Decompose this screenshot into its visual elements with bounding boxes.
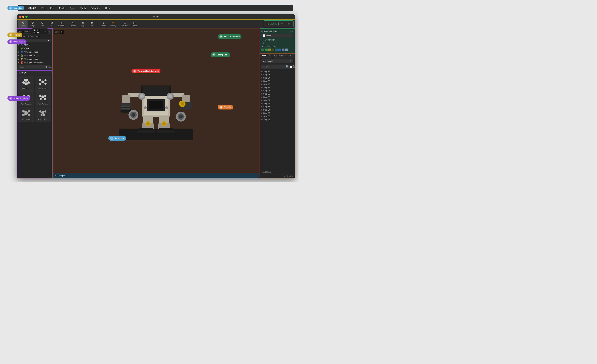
step-item-23[interactable]: ▶ Step 23 xyxy=(260,73,295,76)
swatch-2[interactable] xyxy=(268,48,271,51)
swatch-7[interactable] xyxy=(285,48,288,51)
camera-button[interactable]: 🎥 xyxy=(54,30,58,34)
signin-button[interactable]: ⊙ SIGN IN xyxy=(266,22,279,26)
tree-item-mf-acc[interactable]: ▶ 🎒 Minifigure Accessories xyxy=(17,61,52,64)
part-search[interactable]: 🔍 ▦ ⊞ ⋯ xyxy=(18,65,51,69)
palette-item-0[interactable]: Plant Brick , xyxy=(18,76,34,91)
palette-item-1[interactable]: Plant Flower ... xyxy=(35,76,51,91)
close-button[interactable] xyxy=(19,16,21,18)
step-item-24[interactable]: ▶ Step 24 xyxy=(260,76,295,79)
swatch-6[interactable] xyxy=(282,48,284,51)
tab-untitled[interactable]: Untitled Model ✕ xyxy=(32,28,48,34)
tab-cougar-label: Cougar.io xyxy=(19,30,28,32)
swatch-0[interactable] xyxy=(261,48,264,51)
swatch-3[interactable] xyxy=(272,48,274,51)
settings-icon[interactable]: ⚙ xyxy=(289,175,291,177)
tree-item-mf-head[interactable]: ▶ 👤 Minifigure, Head xyxy=(17,50,52,54)
step-list: STEP LIST COLOR VALIDATOR Main Model ▼ 🔍… xyxy=(259,53,295,178)
viewport[interactable]: 🎥 ⊙ xyxy=(53,28,259,173)
palette-item-5[interactable]: Plant Flower ... xyxy=(35,107,51,122)
search-icon: 🔍 xyxy=(45,66,48,68)
collapse-icon[interactable]: ⤢ xyxy=(284,175,285,177)
menu-view[interactable]: View xyxy=(70,6,76,10)
step-view-check-input[interactable] xyxy=(290,66,292,68)
step-item-30[interactable]: ▶ Step 30 xyxy=(260,95,295,99)
part-name-5: Plant Flower ... xyxy=(38,119,48,121)
select-tool[interactable]: ↖ Select xyxy=(18,20,28,28)
tree-item-mf-body[interactable]: ▶ 🦾 Minifigure, Body xyxy=(17,54,52,57)
mosaic-tool[interactable]: ⊟ Mosaic xyxy=(130,20,139,28)
step-item-28[interactable]: ▶ Step 28 xyxy=(260,89,295,92)
step-item-37[interactable]: ▶ Step 37 xyxy=(260,118,295,121)
step-item-29[interactable]: ▶ Step 29 xyxy=(260,92,295,95)
grid-tool[interactable]: ▦ Grid xyxy=(87,20,97,28)
hide-tool[interactable]: ◎ Hide xyxy=(47,20,56,28)
step-item-31[interactable]: ▶ Step 31 xyxy=(260,99,295,102)
palette-item-3[interactable]: Plant Flower ... xyxy=(35,91,51,106)
fav-header: ▼ Favorite Colors xyxy=(261,39,293,41)
filter-icon[interactable]: ⊧ xyxy=(290,30,291,32)
palette-item-4[interactable]: Plant Flower ... xyxy=(18,107,34,122)
menu-edit[interactable]: Edit xyxy=(50,6,55,10)
step-item-35[interactable]: ▶ Step 35 xyxy=(260,111,295,115)
edit-icon[interactable]: ✏ xyxy=(291,30,293,32)
step-view-checkbox[interactable]: Step view xyxy=(290,65,295,69)
hinge-label: Hinge xyxy=(30,25,35,27)
cart-button[interactable]: 🛒 xyxy=(280,21,285,26)
step-label-35: Step 35 xyxy=(263,112,270,114)
reload-icon[interactable]: ↺ xyxy=(287,175,288,177)
step-item-34[interactable]: ▶ Step 34 xyxy=(260,108,295,111)
step-item-32[interactable]: ▶ Step 32 xyxy=(260,102,295,105)
tree-label-animal: Animal xyxy=(24,44,30,46)
collision-tool[interactable]: ⚠ Collision xyxy=(68,20,78,28)
snap-tool[interactable]: ⊞ Snap xyxy=(78,20,87,28)
tree-item-plant[interactable]: ▼ 🌿 Plant xyxy=(17,47,52,50)
color-selector[interactable]: White ▼ xyxy=(261,34,293,38)
tab-cougar-close[interactable]: ✕ xyxy=(29,30,30,32)
step-item-25[interactable]: ▶ Step 25 xyxy=(260,79,295,83)
svg-point-35 xyxy=(155,131,157,132)
svg-point-24 xyxy=(39,110,41,112)
hinge-tool[interactable]: ⟳ Hinge xyxy=(28,20,37,28)
menu-model[interactable]: Model xyxy=(58,6,66,10)
step-item-36[interactable]: ▶ Step 36 xyxy=(260,115,295,118)
swatch-5[interactable] xyxy=(278,48,281,51)
bl-categories-tab[interactable]: BL Categories xyxy=(27,35,39,37)
stability-tool[interactable]: ⚡ Stability xyxy=(109,20,118,28)
instruction-tool[interactable]: ☰ Instruction xyxy=(120,20,129,28)
cp-title: COLOR PALETTE xyxy=(261,30,277,32)
clone-tool[interactable]: ⧉ Clone xyxy=(38,20,47,28)
model-dropdown[interactable]: Main Model ▼ xyxy=(261,59,293,63)
render-tool[interactable]: ◈ Render xyxy=(99,20,108,28)
mosaic-label: Mosaic xyxy=(132,25,137,27)
tab-step-list[interactable]: STEP LIST xyxy=(260,54,272,58)
upload-button[interactable]: ⬆ xyxy=(286,21,291,26)
menu-help[interactable]: Help xyxy=(104,6,110,10)
cp-header: COLOR PALETTE ⊧ ✏ xyxy=(261,30,293,32)
menu-file[interactable]: File xyxy=(41,6,46,10)
svg-point-59 xyxy=(168,94,172,98)
tab-untitled-close[interactable]: ✕ xyxy=(45,30,46,32)
add-step-button[interactable]: + Add Step xyxy=(260,170,295,174)
add-favorite-button[interactable]: + xyxy=(263,42,293,44)
connect-tool[interactable]: ⊕ Connect xyxy=(57,20,66,28)
add-tab-button[interactable]: + xyxy=(48,30,51,33)
list-view-btn[interactable]: ▦ xyxy=(49,66,51,68)
minimize-button[interactable] xyxy=(22,16,24,18)
svg-point-82 xyxy=(165,106,168,109)
step-item-33[interactable]: ▶ Step 33 xyxy=(260,105,295,108)
menu-tools[interactable]: Tools xyxy=(80,6,86,10)
swatch-4[interactable] xyxy=(275,48,278,51)
menu-bricklink[interactable]: BrickLink xyxy=(90,6,101,10)
tree-item-mf-legs[interactable]: ▶ 🦵 Minifigure, Legs xyxy=(17,57,52,61)
swatch-1[interactable] xyxy=(265,48,267,51)
target-button[interactable]: ⊙ xyxy=(60,30,64,34)
step-search-input[interactable] xyxy=(262,66,285,68)
step-item-26[interactable]: ▶ Step 26 xyxy=(260,83,295,86)
maximize-button[interactable] xyxy=(25,16,28,18)
step-item-27[interactable]: ▶ Step 27 xyxy=(260,86,295,89)
add-icon[interactable]: + xyxy=(292,175,293,177)
search-input[interactable] xyxy=(20,66,44,68)
step-item-22[interactable]: ▶ Step 22 xyxy=(260,70,295,73)
tab-color-validator[interactable]: COLOR VALIDATOR xyxy=(272,54,293,58)
